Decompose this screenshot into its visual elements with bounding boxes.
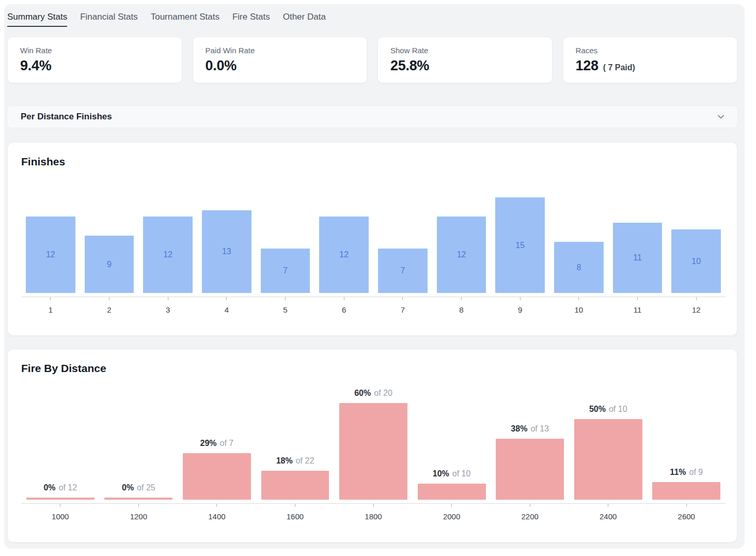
stat-label: Paid Win Rate xyxy=(206,46,355,55)
axis-tick xyxy=(109,297,109,300)
finishes-bar-group: 10 xyxy=(667,170,726,293)
fire-bar-group: 38%of 13 xyxy=(491,377,569,500)
finishes-bar-value-label: 12 xyxy=(457,250,466,259)
fire-axis-col: 2600 xyxy=(648,504,726,521)
finishes-bar: 12 xyxy=(437,217,486,293)
fire-bar xyxy=(574,419,642,500)
chevron-down-icon xyxy=(716,112,726,122)
fire-bar-group: 0%of 25 xyxy=(100,377,178,500)
finishes-axis-col: 6 xyxy=(314,297,373,314)
axis-label: 7 xyxy=(401,305,405,314)
finishes-axis-col: 2 xyxy=(80,297,139,314)
finishes-bar-group: 12 xyxy=(432,170,491,293)
axis-label: 4 xyxy=(225,305,229,314)
axis-label: 2200 xyxy=(521,512,538,521)
fire-bar-value-label: 0%of 12 xyxy=(43,483,77,492)
fire-chart-title: Fire By Distance xyxy=(21,362,726,375)
finishes-bar: 13 xyxy=(202,210,251,293)
fire-axis-col: 1000 xyxy=(21,504,100,521)
finishes-bar-value-label: 8 xyxy=(576,263,581,272)
finishes-bar-value-label: 7 xyxy=(400,266,405,275)
finishes-bar-group: 12 xyxy=(314,170,373,293)
axis-tick xyxy=(168,297,168,300)
tab-fire-stats[interactable]: Fire Stats xyxy=(232,12,270,26)
finishes-bar-value-label: 15 xyxy=(515,241,525,250)
stat-label: Show Rate xyxy=(390,46,540,55)
fire-bar xyxy=(26,498,94,500)
stat-value: 9.4% xyxy=(20,58,51,74)
axis-tick xyxy=(373,504,374,507)
axis-label: 9 xyxy=(518,305,522,314)
finishes-bar-group: 12 xyxy=(21,170,80,293)
fire-bar-value-label: 10%of 10 xyxy=(433,469,471,478)
fire-bar-value-label: 38%of 13 xyxy=(511,424,549,434)
fire-plot: 0%of 120%of 2529%of 718%of 2260%of 2010%… xyxy=(21,377,726,504)
finishes-bar-group: 13 xyxy=(197,170,256,293)
fire-axis-col: 2200 xyxy=(491,504,569,521)
finishes-card: Finishes 12912137127121581110 1234567891… xyxy=(7,142,737,336)
finishes-bar-value-label: 11 xyxy=(633,253,642,262)
fire-by-distance-card: Fire By Distance 0%of 120%of 2529%of 718… xyxy=(7,349,737,543)
finishes-bar: 7 xyxy=(261,249,310,293)
axis-tick xyxy=(285,297,286,300)
fire-bar xyxy=(104,498,172,500)
axis-label: 1200 xyxy=(130,512,147,521)
axis-tick xyxy=(344,297,344,300)
finishes-axis-col: 12 xyxy=(667,297,726,314)
axis-label: 2400 xyxy=(600,512,617,521)
axis-tick xyxy=(451,504,452,507)
finishes-x-axis: 123456789101112 xyxy=(21,297,726,314)
tab-other-data[interactable]: Other Data xyxy=(283,12,326,26)
finishes-axis-col: 1 xyxy=(21,297,80,314)
fire-axis-col: 1800 xyxy=(334,504,413,521)
fire-bar xyxy=(339,403,407,500)
axis-label: 8 xyxy=(459,305,463,314)
finishes-chart-title: Finishes xyxy=(21,156,726,168)
finishes-bar-value-label: 10 xyxy=(691,257,701,266)
fire-bar xyxy=(418,484,486,500)
axis-tick xyxy=(60,504,60,507)
tab-financial-stats[interactable]: Financial Stats xyxy=(80,12,138,26)
per-distance-finishes-header[interactable]: Per Distance Finishes xyxy=(7,106,737,128)
axis-tick xyxy=(530,504,530,507)
finishes-bar: 8 xyxy=(554,242,603,293)
fire-bar xyxy=(261,471,329,500)
finishes-bar-value-label: 12 xyxy=(339,250,349,259)
fire-bar xyxy=(183,453,251,500)
axis-tick xyxy=(686,504,687,507)
finishes-bar-group: 12 xyxy=(138,170,197,293)
fire-axis-col: 2000 xyxy=(413,504,491,521)
fire-bar-group: 11%of 9 xyxy=(648,377,726,500)
fire-bar-value-label: 18%of 22 xyxy=(276,456,314,466)
axis-label: 1000 xyxy=(52,512,69,521)
finishes-bar-group: 7 xyxy=(373,170,432,293)
finishes-bar-group: 8 xyxy=(549,170,608,293)
fire-bar-group: 60%of 20 xyxy=(334,377,413,500)
dashboard-panel: Summary StatsFinancial StatsTournament S… xyxy=(4,4,745,549)
stat-card-races: Races128( 7 Paid) xyxy=(563,37,738,83)
finishes-axis-col: 10 xyxy=(549,297,608,314)
finishes-axis-col: 4 xyxy=(197,297,256,314)
stat-value: 128 xyxy=(576,58,598,74)
fire-bar xyxy=(496,439,564,500)
finishes-bar-value-label: 13 xyxy=(222,247,231,256)
fire-bar-group: 0%of 12 xyxy=(21,377,100,500)
fire-bar-group: 10%of 10 xyxy=(413,377,491,500)
finishes-bar: 12 xyxy=(26,217,75,293)
finishes-axis-col: 11 xyxy=(608,297,667,314)
stat-value: 0.0% xyxy=(206,58,237,74)
axis-label: 3 xyxy=(166,305,170,314)
finishes-axis-col: 3 xyxy=(138,297,197,314)
axis-label: 2600 xyxy=(678,512,695,521)
finishes-bar-group: 15 xyxy=(491,170,549,293)
axis-label: 1600 xyxy=(287,512,304,521)
tab-tournament-stats[interactable]: Tournament Stats xyxy=(151,12,219,26)
axis-tick xyxy=(461,297,462,300)
axis-tick xyxy=(637,297,638,300)
tab-summary-stats[interactable]: Summary Stats xyxy=(7,12,67,27)
axis-tick xyxy=(608,504,608,507)
stat-card-win-rate: Win Rate9.4% xyxy=(7,37,182,83)
fire-bar-value-label: 0%of 25 xyxy=(122,483,155,492)
axis-label: 1400 xyxy=(208,512,225,521)
finishes-bar-value-label: 9 xyxy=(107,260,112,269)
